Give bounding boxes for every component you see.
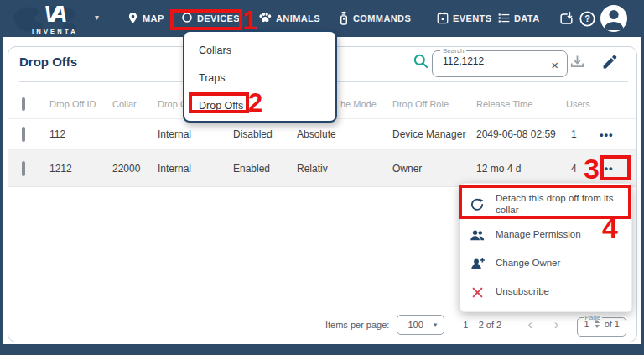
search-icon[interactable]: [413, 53, 429, 73]
nav-label: COMMANDS: [353, 13, 411, 23]
detach-icon: [469, 197, 486, 212]
row-more-options-icon[interactable]: •••: [600, 162, 636, 175]
page-number-field: Page 1 of 1: [577, 314, 626, 337]
menu-item-label: Change Owner: [496, 258, 628, 269]
search-input[interactable]: [443, 55, 542, 67]
brand-title: VA: [44, 2, 62, 28]
cell-users: 4: [566, 163, 600, 175]
nav-item-map[interactable]: MAP: [127, 0, 164, 37]
pagination-bar: Items per page: 100 ▾ 1 – 2 of 2 ‹ › Pag…: [325, 312, 626, 337]
pagination-range: 1 – 2 of 2: [463, 320, 501, 330]
avatar-icon[interactable]: [600, 0, 628, 37]
column-header-release-time[interactable]: Release Time: [476, 99, 566, 109]
download-icon[interactable]: [569, 55, 585, 73]
cell-status: Enabled: [233, 163, 297, 175]
search-field: Search ×: [432, 47, 568, 77]
select-all-checkbox[interactable]: [22, 97, 25, 111]
menu-item-detach[interactable]: Detach this drop off from its collar: [460, 189, 631, 221]
nav-item-commands[interactable]: COMMANDS: [339, 0, 411, 37]
chevron-down-icon: ▾: [434, 321, 438, 329]
items-per-page-select[interactable]: 100 ▾: [397, 315, 444, 335]
cell-drop-off-id: 112: [49, 128, 112, 140]
page-spinner[interactable]: [595, 320, 600, 328]
cell-mode: Relativ: [297, 163, 392, 175]
cell-release-time: 12 mo 4 d: [476, 163, 566, 175]
nav-label: ANIMALS: [276, 13, 320, 23]
table-row[interactable]: 112 Internal Disabled Absolute Device Ma…: [8, 119, 636, 150]
brand-logo[interactable]: VA INVENTA ▾: [10, 2, 106, 37]
cell-status: Disabled: [233, 128, 297, 140]
page-total: of 1: [605, 319, 620, 329]
column-header-drop-off-id[interactable]: Drop Off ID: [49, 99, 112, 109]
items-per-page-label: Items per page:: [325, 320, 389, 330]
menu-item-label: Detach this drop off from its collar: [496, 193, 628, 217]
menu-item-label: Unsubscribe: [496, 286, 628, 298]
column-header-drop-off-role[interactable]: Drop Off Role: [392, 99, 476, 109]
collar-ring-icon: [181, 12, 193, 25]
help-icon[interactable]: ?: [579, 0, 596, 37]
menu-item-label: Manage Permission: [496, 229, 628, 241]
remote-icon: [339, 10, 349, 27]
chevron-down-icon[interactable]: ▾: [95, 13, 99, 22]
calendar-icon: [437, 12, 449, 26]
row-checkbox[interactable]: [22, 161, 25, 176]
nav-item-events[interactable]: EVENTS: [437, 0, 491, 37]
search-field-label: Search: [440, 47, 466, 55]
nav-label: DATA: [514, 13, 540, 23]
people-icon: [469, 229, 486, 242]
menu-item-unsubscribe[interactable]: Unsubscribe: [460, 278, 631, 306]
add-person-icon: [469, 257, 486, 270]
row-more-options-icon[interactable]: •••: [600, 128, 636, 141]
nav-item-data[interactable]: DATA: [498, 0, 540, 37]
nav-label: MAP: [143, 13, 164, 23]
menu-item-drop-offs[interactable]: Drop Offs: [184, 91, 335, 119]
cell-release-time: 2049-06-08 02:59: [476, 128, 566, 140]
edit-pencil-icon[interactable]: [601, 53, 619, 74]
x-icon: [469, 286, 486, 299]
cell-type: Internal: [158, 163, 233, 175]
export-icon[interactable]: [558, 0, 574, 37]
page-title: Drop Offs: [19, 55, 77, 69]
nav-label: DEVICES: [197, 13, 240, 23]
column-header-users[interactable]: Users: [566, 99, 600, 109]
items-per-page-value: 100: [408, 320, 423, 330]
cell-mode: Absolute: [297, 128, 392, 140]
table-row[interactable]: 1212 22000 Internal Enabled Relativ Owne…: [8, 150, 636, 187]
svg-text:?: ?: [584, 13, 590, 23]
menu-item-traps[interactable]: Traps: [184, 64, 335, 91]
menu-item-collars[interactable]: Collars: [184, 36, 335, 64]
map-pin-icon: [127, 12, 138, 26]
clear-search-icon[interactable]: ×: [551, 58, 558, 72]
nav-label: EVENTS: [453, 13, 491, 23]
brand-subtitle: INVENTA: [32, 28, 78, 35]
cell-users: 1: [566, 128, 600, 140]
cell-type: Internal: [158, 128, 233, 140]
cell-role: Device Manager: [392, 128, 476, 140]
cell-role: Owner: [392, 163, 476, 175]
menu-item-manage-permission[interactable]: Manage Permission: [460, 221, 631, 249]
row-context-menu: Detach this drop off from its collar Man…: [460, 183, 632, 312]
menu-item-change-owner[interactable]: Change Owner: [460, 249, 631, 278]
app-screen: VA INVENTA ▾ MAP DEVICES ANIMALS COMMAND…: [0, 0, 644, 355]
previous-page-icon[interactable]: ‹: [517, 316, 543, 333]
devices-dropdown-menu: Collars Traps Drop Offs: [183, 30, 337, 123]
cell-drop-off-id: 1212: [49, 163, 112, 175]
page-number-value[interactable]: 1: [584, 319, 589, 329]
row-checkbox[interactable]: [22, 127, 25, 142]
cell-collar: 22000: [112, 163, 158, 175]
paw-icon: [258, 12, 272, 25]
next-page-icon[interactable]: ›: [543, 316, 570, 333]
list-icon: [498, 13, 510, 25]
column-header-collar[interactable]: Collar: [112, 99, 158, 109]
